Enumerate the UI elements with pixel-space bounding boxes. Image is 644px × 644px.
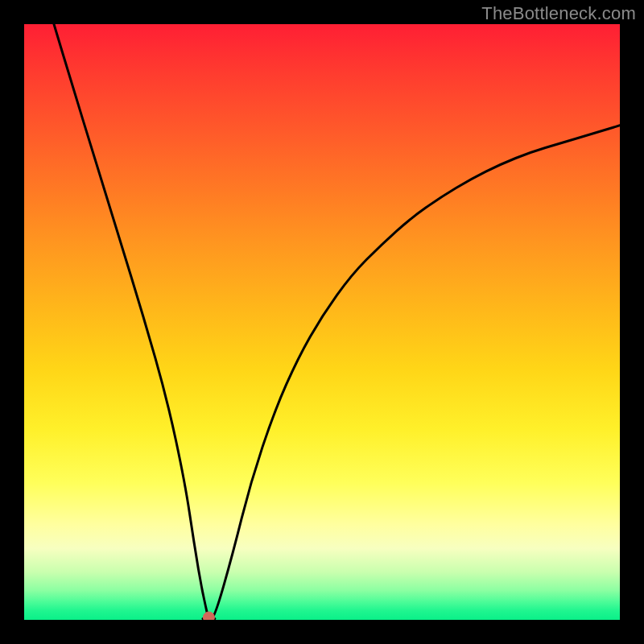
watermark-text: TheBottleneck.com xyxy=(481,3,636,24)
chart-container: TheBottleneck.com xyxy=(0,0,644,644)
plot-area xyxy=(24,24,620,620)
chart-svg xyxy=(24,24,620,620)
marker-dot xyxy=(203,612,214,620)
series-curve xyxy=(54,24,620,620)
